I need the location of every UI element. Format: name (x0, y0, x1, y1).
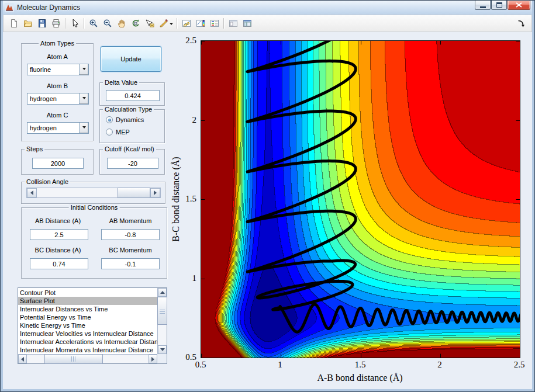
left-arrow-icon (28, 190, 33, 195)
right-arrow-icon (151, 357, 157, 362)
show-plot-tools-dock-button[interactable] (240, 17, 254, 30)
minimize-button[interactable] (475, 1, 491, 10)
list-item[interactable]: Potential Energy vs Time (18, 313, 157, 321)
scroll-down-arrow[interactable] (158, 345, 167, 354)
delta-value-input[interactable] (106, 90, 160, 101)
bc-distance-input[interactable] (30, 258, 88, 269)
close-button[interactable] (508, 1, 530, 10)
panel-title: Calculation Type (103, 106, 154, 113)
atom-a-label: Atom A (22, 53, 93, 60)
radio-dynamics[interactable]: Dynamics (106, 116, 144, 123)
toolbar-separator (177, 18, 178, 29)
list-item[interactable]: Internuclear Momenta vs Internuclear Dis… (18, 346, 157, 354)
figure-client-area: Atom Types Atom A fluorine Atom B hydrog… (3, 32, 532, 389)
zoom-in-button[interactable] (87, 17, 101, 30)
dock-figure-arrow-button[interactable] (514, 17, 528, 30)
link-plot-button[interactable] (180, 17, 194, 30)
list-item[interactable]: Kinetic Energy vs Time (18, 321, 157, 329)
bc-momentum-input[interactable] (101, 258, 160, 269)
window-controls (474, 1, 530, 10)
print-figure-button[interactable] (49, 17, 63, 30)
slider-thumb[interactable] (118, 188, 150, 198)
ab-distance-label: AB Distance (A) (23, 217, 93, 224)
left-arrow-icon (19, 357, 24, 362)
bc-distance-label: BC Distance (A) (23, 247, 93, 254)
window-title: Molecular Dynamics (17, 4, 80, 12)
update-button[interactable]: Update (101, 46, 161, 72)
title-bar[interactable]: Molecular Dynamics (3, 1, 532, 15)
scroll-left-arrow[interactable] (18, 355, 27, 363)
pan-button[interactable] (115, 17, 129, 30)
panel-title: Cutoff (Kcal/ mol) (103, 145, 156, 153)
bc-momentum-label: BC Momentum (95, 247, 165, 254)
insert-colorbar-button[interactable] (194, 17, 208, 30)
panel-title: Initial Conditions (69, 204, 120, 211)
printer-icon (51, 19, 61, 28)
list-item[interactable]: Internuclear Distances vs Time (18, 305, 157, 313)
scrollbar-track[interactable] (158, 297, 167, 345)
new-figure-icon (9, 19, 19, 28)
scrollbar-thumb[interactable] (157, 297, 167, 325)
slider-left-arrow[interactable] (27, 188, 37, 197)
list-items: Contour PlotSurface PlotInternuclear Dis… (18, 289, 157, 354)
zoom-out-button[interactable] (101, 17, 115, 30)
radio-mep-label: MEP (116, 129, 130, 136)
radio-mep[interactable]: MEP (106, 129, 130, 136)
hand-icon (117, 19, 126, 28)
toolbar-separator (223, 18, 225, 29)
new-figure-button[interactable] (7, 17, 21, 30)
pes-canvas[interactable] (201, 40, 520, 358)
ab-momentum-input[interactable] (101, 229, 160, 240)
data-cursor-button[interactable] (143, 17, 157, 30)
delta-value-panel: Delta Value (99, 82, 165, 106)
save-icon (37, 19, 47, 28)
list-item[interactable]: Internuclear Accelerations vs Internucle… (18, 338, 157, 346)
legend-icon (210, 19, 219, 28)
y-tick-label: 2.5 (173, 36, 196, 46)
rotate-icon (131, 19, 140, 28)
steps-input[interactable] (32, 158, 84, 169)
atom-c-value: hydrogen (27, 124, 79, 131)
cursor-arrow-icon (70, 19, 80, 28)
insert-legend-button[interactable] (208, 17, 222, 30)
show-plot-tools-icon (243, 19, 252, 28)
scroll-right-arrow[interactable] (149, 355, 157, 363)
hide-plot-tools-button[interactable] (226, 17, 240, 30)
ab-distance-input[interactable] (30, 229, 88, 240)
initial-conditions-panel: Initial Conditions AB Distance (A) AB Mo… (21, 207, 167, 279)
atom-c-dropdown[interactable]: hydrogen (27, 122, 89, 134)
link-plot-icon (182, 19, 191, 28)
scroll-up-arrow[interactable] (158, 288, 167, 297)
plot-type-listbox[interactable]: Contour PlotSurface PlotInternuclear Dis… (18, 287, 167, 364)
figure-toolbar (3, 15, 532, 32)
colorbar-icon (196, 19, 205, 28)
save-figure-button[interactable] (35, 17, 49, 30)
list-vertical-scrollbar[interactable] (157, 288, 167, 354)
cutoff-input[interactable] (107, 158, 158, 169)
list-horizontal-scrollbar[interactable] (18, 354, 157, 363)
atom-b-label: Atom B (22, 82, 93, 89)
list-item[interactable]: Internuclear Velocities vs Internuclear … (18, 329, 157, 338)
scrollbar-track[interactable] (27, 355, 149, 363)
brush-dropdown-caret[interactable] (168, 17, 175, 30)
atom-a-dropdown[interactable]: fluorine (27, 64, 89, 75)
maximize-button[interactable] (491, 1, 507, 10)
slider-right-arrow[interactable] (150, 188, 160, 197)
edit-plot-button[interactable] (68, 17, 82, 30)
atom-b-dropdown[interactable]: hydrogen (27, 93, 89, 105)
rotate-3d-button[interactable] (129, 17, 143, 30)
slider-track[interactable] (37, 188, 150, 197)
list-item[interactable]: Contour Plot (18, 289, 157, 297)
open-file-button[interactable] (21, 17, 35, 30)
panel-title: Steps (25, 145, 44, 153)
scrollbar-corner (157, 354, 167, 363)
panel-title: Collision Angle (25, 178, 70, 186)
list-item[interactable]: Surface Plot (18, 297, 157, 305)
dock-arrow-icon (517, 19, 525, 27)
collision-angle-slider[interactable] (26, 188, 161, 198)
zoom-in-icon (89, 19, 98, 28)
hide-plot-tools-icon (229, 19, 238, 28)
x-tick-label: 2.5 (506, 360, 532, 370)
y-tick-label: 0.5 (173, 352, 196, 362)
scrollbar-thumb[interactable] (44, 354, 103, 364)
